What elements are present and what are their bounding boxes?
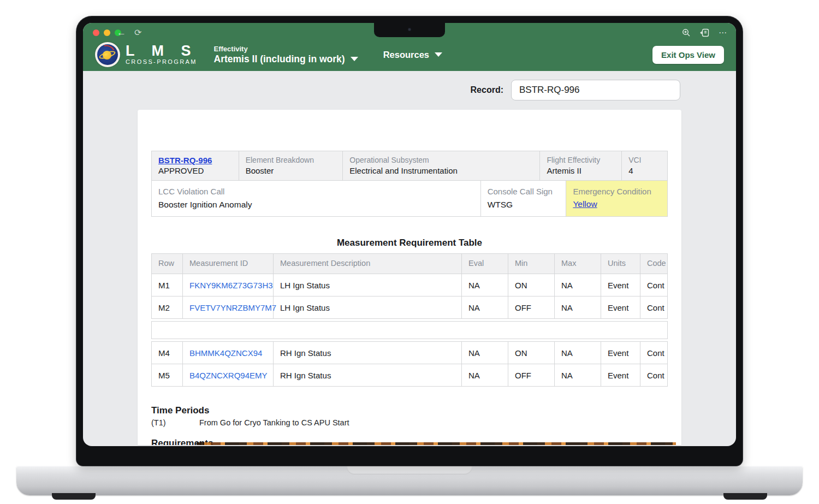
- code-value: Cont: [640, 274, 667, 296]
- laptop-screen: ← ⟳: [76, 16, 743, 466]
- operational-subsystem-value: Electrical and Instrumentation: [349, 165, 533, 176]
- agency-seal-icon: [95, 42, 120, 67]
- record-bar: Record:: [83, 71, 736, 100]
- lcc-violation-label: LCC Violation Call: [158, 186, 474, 197]
- table-row-m1: M1 FKNY9KM6Z73G73H3 LH Ign Status NA ON …: [152, 274, 667, 296]
- element-breakdown-label: Element Breakdown: [246, 155, 336, 165]
- col-code: Code: [640, 254, 667, 274]
- console-call-sign-cell: Console Call Sign WTSG: [481, 181, 567, 216]
- chevron-down-icon: [435, 52, 442, 57]
- table-row-m4: M4 BHMMK4QZNCX94 RH Ign Status NA ON NA …: [152, 342, 667, 364]
- table-row-m5: M5 B4QZNCXRQ94EMY RH Ign Status NA OFF N…: [152, 364, 667, 386]
- col-max: Max: [555, 254, 601, 274]
- effectivity-dropdown[interactable]: Effectivity Artemis II (including in wor…: [214, 45, 358, 65]
- minimize-window-button[interactable]: [104, 29, 110, 36]
- measurement-id-link[interactable]: B4QZNCXRQ94EMY: [189, 371, 268, 380]
- effectivity-value: Artemis II (including in work): [214, 53, 345, 65]
- measurement-description: LH Ign Status: [274, 274, 462, 296]
- code-value: Cont: [640, 342, 667, 364]
- console-call-sign-label: Console Call Sign: [488, 186, 560, 197]
- record-input[interactable]: [511, 80, 680, 100]
- element-breakdown-cell: Element Breakdown Booster: [239, 151, 343, 180]
- time-periods-heading: Time Periods: [151, 405, 668, 416]
- info-row-2: LCC Violation Call Booster Ignition Anom…: [152, 180, 667, 216]
- notch: [374, 23, 445, 37]
- row-id: M1: [152, 274, 183, 296]
- measurement-description: LH Ign Status: [274, 297, 462, 318]
- row-id: M5: [152, 364, 183, 386]
- units-value: Event: [601, 342, 640, 364]
- refresh-icon[interactable]: ⟳: [134, 27, 141, 39]
- translate-icon[interactable]: [700, 28, 709, 37]
- back-icon[interactable]: ←: [117, 27, 126, 39]
- units-value: Event: [601, 274, 640, 296]
- units-value: Event: [601, 297, 640, 318]
- resources-dropdown[interactable]: Resources: [383, 50, 442, 60]
- vci-cell: VCI 4: [622, 151, 667, 180]
- emergency-condition-link[interactable]: Yellow: [573, 199, 597, 209]
- operational-subsystem-cell: Operational Subsystem Electrical and Ins…: [343, 151, 540, 180]
- units-value: Event: [601, 364, 640, 386]
- effectivity-label: Effectivity: [214, 45, 358, 53]
- eval-value: NA: [462, 342, 508, 364]
- row-id: M4: [152, 342, 183, 364]
- measurement-table-continued: M4 BHMMK4QZNCX94 RH Ign Status NA ON NA …: [151, 341, 668, 387]
- laptop-foot-right: [723, 493, 767, 500]
- max-value: NA: [555, 342, 601, 364]
- lcc-violation-cell: LCC Violation Call Booster Ignition Anom…: [152, 181, 481, 216]
- flight-effectivity-cell: Flight Effectivity Artemis II: [540, 151, 622, 180]
- laptop-foot-left: [52, 493, 96, 500]
- console-call-sign-value: WTSG: [488, 199, 560, 210]
- time-period-description: From Go for Cryo Tanking to CS APU Start: [199, 418, 349, 428]
- laptop-lid-groove: [347, 466, 472, 475]
- overflow-menu-icon[interactable]: ⋯: [719, 27, 727, 38]
- record-label: Record:: [471, 85, 503, 95]
- row-id: M2: [152, 297, 183, 318]
- record-info-table: BSTR-RQ-996 APPROVED Element Breakdown B…: [151, 151, 668, 217]
- page-body: Record: BSTR-RQ-996 APPROVED Element Bre…: [83, 71, 736, 446]
- info-row-1: BSTR-RQ-996 APPROVED Element Breakdown B…: [152, 151, 667, 180]
- zoom-search-icon[interactable]: [682, 28, 691, 37]
- code-value: Cont: [640, 297, 667, 318]
- resources-label: Resources: [383, 50, 429, 60]
- measurement-id-link[interactable]: FKNY9KM6Z73G73H3: [189, 281, 273, 290]
- measurement-id-link[interactable]: FVETV7YNRZBMY7M7: [189, 303, 276, 312]
- eval-value: NA: [462, 297, 508, 318]
- min-value: ON: [508, 274, 555, 296]
- eval-value: NA: [462, 364, 508, 386]
- cutoff-content-strip: [197, 442, 676, 445]
- col-row: Row: [152, 254, 183, 274]
- camera-icon: [408, 28, 411, 31]
- lcc-violation-value: Booster Ignition Anomaly: [158, 199, 474, 210]
- max-value: NA: [555, 274, 601, 296]
- col-measurement-description: Measurement Description: [274, 254, 462, 274]
- chevron-down-icon: [351, 57, 358, 61]
- measurement-description: RH Ign Status: [274, 342, 462, 364]
- max-value: NA: [555, 297, 601, 318]
- record-id-link[interactable]: BSTR-RQ-996: [158, 155, 212, 165]
- measurement-table: Row Measurement ID Measurement Descripti…: [151, 253, 668, 319]
- record-id-cell: BSTR-RQ-996 APPROVED: [152, 151, 239, 180]
- measurement-table-header: Row Measurement ID Measurement Descripti…: [152, 254, 667, 274]
- max-value: NA: [555, 364, 601, 386]
- record-status: APPROVED: [158, 165, 232, 176]
- exit-ops-view-button[interactable]: Exit Ops View: [652, 46, 724, 64]
- emergency-condition-cell: Emergency Condition Yellow: [566, 181, 667, 216]
- col-measurement-id: Measurement ID: [183, 254, 274, 274]
- measurement-table-title: Measurement Requirement Table: [151, 237, 668, 249]
- record-card: BSTR-RQ-996 APPROVED Element Breakdown B…: [138, 110, 681, 445]
- close-window-button[interactable]: [93, 29, 99, 36]
- vci-label: VCI: [628, 155, 661, 165]
- time-period-id: (T1): [151, 418, 199, 428]
- min-value: OFF: [508, 364, 555, 386]
- min-value: OFF: [508, 297, 555, 318]
- code-value: Cont: [640, 364, 667, 386]
- app-logo: L M S CROSS-PROGRAM: [95, 42, 198, 67]
- screen: ← ⟳: [83, 23, 736, 446]
- laptop-base: [16, 466, 803, 495]
- measurement-description: RH Ign Status: [274, 364, 462, 386]
- app-subname: CROSS-PROGRAM: [126, 58, 198, 66]
- measurement-id-link[interactable]: BHMMK4QZNCX94: [189, 348, 262, 358]
- operational-subsystem-label: Operational Subsystem: [349, 155, 533, 165]
- time-period-item: (T1) From Go for Cryo Tanking to CS APU …: [151, 418, 668, 428]
